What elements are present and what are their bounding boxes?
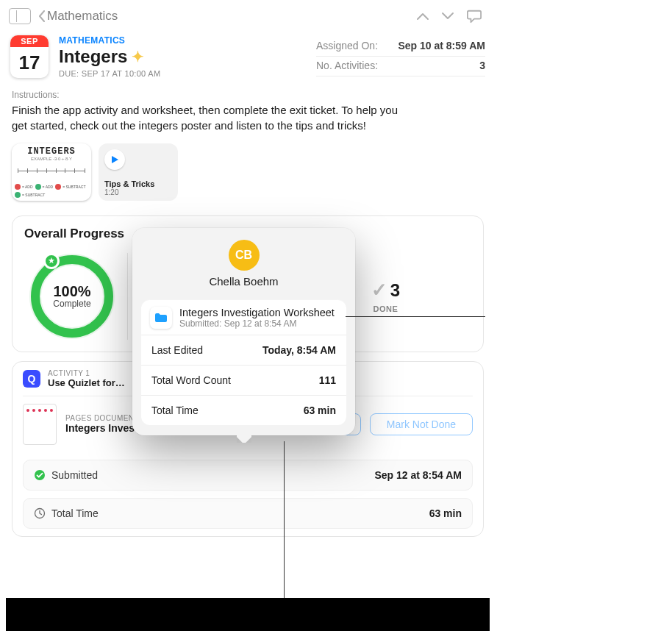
chevron-up-icon[interactable]: [416, 12, 429, 21]
check-circle-icon: [34, 469, 46, 481]
total-time-label: Total Time: [51, 507, 99, 519]
due-text: DUE: SEP 17 AT 10:00 AM: [59, 69, 306, 78]
play-icon: [104, 149, 125, 170]
progress-complete-label: Complete: [53, 299, 90, 309]
avatar: CB: [229, 240, 260, 271]
meta-activities-label: No. Activities:: [316, 60, 378, 71]
poster-title: INTEGERS: [12, 146, 91, 157]
top-bar: Mathematics: [6, 3, 490, 29]
attachment-title: Tips & Tricks: [104, 179, 154, 188]
quizlet-app-icon: Q: [23, 370, 40, 388]
comment-icon[interactable]: [466, 9, 482, 24]
folder-icon: [150, 307, 172, 329]
activity-title: Use Quizlet for…: [48, 377, 125, 388]
row-total-time: Total Time 63 min: [23, 498, 473, 529]
submission-title: Integers Investigation Worksheet: [179, 307, 335, 318]
submission-subtitle: Submitted: Sep 12 at 8:54 AM: [179, 318, 335, 329]
clock-icon: [34, 507, 46, 519]
mark-not-done-button[interactable]: Mark Not Done: [370, 413, 473, 435]
popover-pointer: [237, 434, 251, 443]
instructions-label: Instructions:: [6, 78, 490, 101]
meta-assigned-value: Sep 10 at 8:59 AM: [398, 40, 485, 51]
submission-header[interactable]: Integers Investigation Worksheet Submitt…: [141, 299, 346, 335]
popover-row-last-edited: Last Edited Today, 8:54 AM: [141, 335, 346, 365]
popover-k: Total Word Count: [151, 374, 231, 386]
star-badge-icon: ★: [43, 253, 60, 269]
stat-done-value: 3: [390, 280, 400, 301]
callout-line-1: [346, 316, 485, 317]
calendar-day: 17: [10, 47, 49, 78]
progress-ring: 100% Complete ★: [24, 249, 120, 344]
student-detail-popover: CB Chella Boehm Integers Investigation W…: [132, 228, 355, 435]
row-submitted: Submitted Sep 12 at 8:54 AM: [23, 460, 473, 491]
meta-activities-value: 3: [479, 60, 485, 71]
popover-v: 63 min: [304, 404, 336, 416]
back-label: Mathematics: [47, 9, 118, 24]
activity-badge: ACTIVITY 1: [48, 369, 125, 377]
meta-assigned-label: Assigned On:: [316, 40, 378, 51]
student-name: Chella Boehm: [141, 275, 346, 288]
calendar-month: SEP: [10, 35, 49, 47]
popover-row-total-time: Total Time 63 min: [141, 395, 346, 425]
number-line-graphic: [18, 165, 85, 176]
attachment-poster[interactable]: INTEGERS EXAMPLE -3·0·+·8·Y = ADD = ADD …: [12, 143, 91, 201]
chevron-down-icon[interactable]: [441, 12, 454, 21]
popover-k: Total Time: [151, 404, 199, 416]
poster-subtitle: EXAMPLE -3·0·+·8·Y: [12, 157, 91, 161]
bottom-mask: [6, 598, 490, 631]
submitted-value: Sep 12 at 8:54 AM: [374, 469, 462, 481]
checkmark-icon: ✓: [371, 279, 387, 302]
popover-v: 111: [319, 374, 336, 386]
chevron-left-icon: [38, 10, 46, 22]
subject-link[interactable]: MATHEMATICS: [59, 35, 306, 46]
total-time-value: 63 min: [429, 507, 462, 519]
progress-percent: 100%: [53, 283, 90, 300]
sparkle-icon: ✦: [132, 49, 144, 65]
calendar-date-icon: SEP 17: [10, 35, 49, 78]
attachment-audio-tips[interactable]: Tips & Tricks 1:20: [99, 143, 178, 201]
pages-document-thumbnail: [23, 404, 57, 445]
instructions-text: Finish the app activity and worksheet, t…: [6, 101, 418, 133]
sidebar-toggle-button[interactable]: [9, 8, 31, 24]
assignment-title-text: Integers: [59, 47, 127, 66]
attachment-duration: 1:20: [104, 188, 154, 196]
back-button[interactable]: Mathematics: [38, 9, 118, 24]
submitted-label: Submitted: [51, 469, 98, 481]
assignment-title: Integers ✦: [59, 47, 306, 66]
assignment-meta: Assigned On: Sep 10 at 8:59 AM No. Activ…: [316, 35, 485, 78]
popover-k: Last Edited: [151, 344, 203, 356]
popover-row-word-count: Total Word Count 111: [141, 365, 346, 395]
popover-v: Today, 8:54 AM: [262, 344, 336, 356]
